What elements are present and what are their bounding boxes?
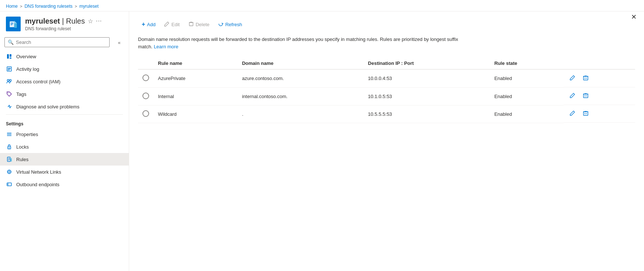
svg-rect-7: [7, 54, 9, 59]
th-rule-state: Rule state: [490, 58, 563, 69]
svg-rect-11: [8, 68, 11, 69]
breadcrumb-home[interactable]: Home: [6, 4, 18, 9]
svg-rect-1: [10, 21, 14, 27]
row-radio-1[interactable]: [138, 87, 154, 105]
rules-label: Rules: [16, 157, 28, 162]
svg-rect-25: [8, 160, 9, 160]
th-actions: [564, 58, 635, 69]
svg-rect-35: [583, 76, 588, 80]
th-domain-name: Domain name: [238, 58, 364, 69]
sidebar-item-locks[interactable]: Locks: [0, 140, 129, 153]
more-options-icon[interactable]: ···: [96, 18, 102, 24]
settings-divider: [6, 114, 123, 115]
access-control-icon: [6, 78, 13, 85]
search-icon: 🔍: [8, 39, 14, 45]
sidebar: myruleset | Rules ☆ ··· DNS forwarding r…: [0, 11, 129, 271]
toolbar: + Add Edit Delete Refresh: [138, 19, 635, 30]
row-delete-icon-0[interactable]: [581, 73, 590, 83]
row-destination-ip-port-2: 10.5.5.5:53: [364, 105, 490, 123]
sidebar-item-tags[interactable]: Tags: [0, 88, 129, 100]
svg-point-15: [10, 80, 11, 81]
sidebar-header: myruleset | Rules ☆ ··· DNS forwarding r…: [0, 11, 129, 35]
favorite-icon[interactable]: ☆: [88, 18, 93, 25]
row-rule-name-0: AzurePrivate: [154, 69, 238, 87]
row-rule-state-1: Enabled: [490, 87, 563, 105]
table-body: AzurePrivate azure.contoso.com. 10.0.0.4…: [138, 69, 635, 123]
breadcrumb-dns-forwarding[interactable]: DNS forwarding rulesets: [24, 4, 72, 9]
breadcrumb-sep-1: >: [20, 4, 22, 8]
th-select: [138, 58, 154, 69]
properties-icon: [6, 131, 13, 138]
svg-rect-12: [8, 69, 11, 70]
svg-rect-17: [7, 133, 11, 133]
sidebar-item-activity-log[interactable]: Activity log: [0, 63, 129, 75]
sidebar-item-diagnose[interactable]: Diagnose and solve problems: [0, 100, 129, 113]
sidebar-title-block: myruleset | Rules ☆ ··· DNS forwarding r…: [25, 17, 102, 31]
locks-label: Locks: [16, 144, 29, 150]
svg-rect-9: [10, 58, 11, 59]
sidebar-item-properties[interactable]: Properties: [0, 128, 129, 140]
sidebar-item-rules[interactable]: Rules: [0, 153, 129, 166]
delete-icon: [189, 21, 194, 28]
svg-rect-18: [7, 134, 11, 135]
row-delete-icon-1[interactable]: [581, 91, 590, 101]
collapse-button[interactable]: «: [114, 38, 124, 48]
table-row: Internal internal.contoso.com. 10.1.0.5:…: [138, 87, 635, 105]
search-input[interactable]: [16, 39, 106, 45]
edit-button[interactable]: Edit: [161, 19, 183, 30]
svg-marker-27: [10, 157, 12, 159]
search-box: 🔍: [4, 37, 110, 47]
row-radio-0[interactable]: [138, 69, 154, 87]
virtual-network-links-label: Virtual Network Links: [16, 169, 61, 175]
learn-more-link[interactable]: Learn more: [154, 44, 178, 49]
svg-rect-43: [583, 112, 588, 115]
row-rule-name-1: Internal: [154, 87, 238, 105]
svg-rect-39: [583, 94, 588, 98]
sidebar-item-overview[interactable]: Overview: [0, 50, 129, 63]
th-destination-ip-port: Destination IP : Port: [364, 58, 490, 69]
th-rule-name: Rule name: [154, 58, 238, 69]
resource-subtitle: DNS forwarding ruleset: [25, 26, 102, 31]
row-rule-state-0: Enabled: [490, 69, 563, 87]
svg-point-16: [8, 93, 8, 93]
svg-rect-8: [10, 54, 11, 57]
row-actions-0: [564, 70, 635, 87]
sidebar-nav: Overview Activity log Access control (IA…: [0, 50, 129, 271]
outbound-endpoints-icon: [6, 181, 13, 188]
row-edit-icon-0[interactable]: [568, 73, 577, 83]
row-destination-ip-port-1: 10.1.0.5:53: [364, 87, 490, 105]
table-row: Wildcard . 10.5.5.5:53 Enabled: [138, 105, 635, 123]
add-button[interactable]: + Add: [138, 19, 159, 30]
rules-table: Rule name Domain name Destination IP : P…: [138, 58, 635, 123]
svg-rect-4: [11, 25, 12, 25]
breadcrumb-myruleset[interactable]: myruleset: [79, 4, 99, 9]
svg-point-14: [7, 80, 9, 81]
row-edit-icon-2[interactable]: [568, 109, 577, 119]
refresh-button[interactable]: Refresh: [214, 19, 246, 30]
row-actions-1: [564, 87, 635, 105]
sidebar-item-access-control[interactable]: Access control (IAM): [0, 75, 129, 88]
info-text: Domain name resolution requests will be …: [138, 36, 470, 50]
diagnose-label: Diagnose and solve problems: [16, 104, 79, 110]
close-button[interactable]: ✕: [630, 11, 638, 22]
row-radio-2[interactable]: [138, 105, 154, 123]
sidebar-item-virtual-network-links[interactable]: Virtual Network Links: [0, 166, 129, 178]
svg-rect-33: [189, 22, 193, 26]
activity-log-icon: [6, 66, 13, 72]
edit-icon: [164, 21, 169, 28]
main-content: ✕ + Add Edit Delete: [129, 11, 644, 271]
settings-section-label: Settings: [0, 116, 129, 128]
svg-rect-13: [8, 70, 10, 70]
row-edit-icon-1[interactable]: [568, 91, 577, 101]
row-delete-icon-2[interactable]: [581, 109, 590, 119]
overview-label: Overview: [16, 54, 36, 59]
row-domain-name-2: .: [238, 105, 364, 123]
outbound-endpoints-label: Outbound endpoints: [16, 182, 59, 187]
row-domain-name-1: internal.contoso.com.: [238, 87, 364, 105]
sidebar-item-outbound-endpoints[interactable]: Outbound endpoints: [0, 178, 129, 191]
svg-rect-2: [11, 23, 13, 23]
refresh-icon: [218, 21, 223, 28]
resource-title: myruleset | Rules: [25, 17, 85, 25]
svg-point-32: [7, 184, 8, 185]
delete-button[interactable]: Delete: [185, 19, 213, 30]
